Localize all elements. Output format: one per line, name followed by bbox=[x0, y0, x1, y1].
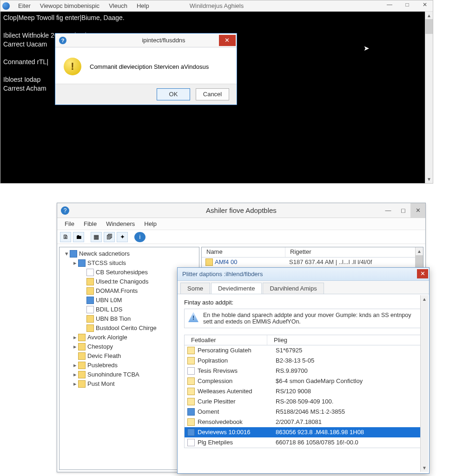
item-icon bbox=[187, 439, 195, 446]
minimize-button[interactable]: — bbox=[383, 1, 396, 10]
menu-item[interactable]: Help bbox=[139, 219, 161, 228]
row-value: RS/120 9008 bbox=[276, 386, 311, 397]
props-tabs: Some Deviedimente Darvihlend Amips bbox=[178, 281, 429, 294]
scrollbar[interactable]: ▲ ▼ bbox=[420, 295, 428, 472]
expand-icon[interactable]: ▾ bbox=[63, 249, 70, 258]
tree-label: CB Seturohesidpes bbox=[96, 268, 148, 277]
props-row[interactable]: Plg Ehetpiles660718 86 1058/0785 16!-00.… bbox=[185, 437, 422, 448]
tab[interactable]: Darvihlend Amips bbox=[263, 283, 324, 294]
maximize-button[interactable]: ◻ bbox=[396, 203, 410, 218]
dialog-close-button[interactable]: ✕ bbox=[219, 35, 236, 46]
item-icon bbox=[187, 367, 195, 375]
maximize-button[interactable]: □ bbox=[401, 1, 413, 10]
row-value: S1*67925 bbox=[276, 345, 302, 356]
expand-icon[interactable]: ▸ bbox=[72, 333, 78, 342]
scroll-up-icon[interactable]: ▲ bbox=[425, 12, 433, 20]
tool-button[interactable]: 🗎 bbox=[60, 232, 71, 242]
folder-icon bbox=[78, 380, 86, 388]
folder-icon bbox=[78, 343, 86, 350]
folder-icon bbox=[86, 324, 94, 332]
tree-label: Pust Mont bbox=[87, 379, 115, 389]
tree-label: STCSS situcls bbox=[87, 258, 126, 268]
expand-icon[interactable]: ▸ bbox=[72, 258, 78, 268]
tree-label: Puslebreds bbox=[87, 361, 118, 370]
tool-button[interactable]: 🖿 bbox=[73, 232, 84, 242]
scrollbar[interactable]: ▲ ▼ bbox=[425, 12, 433, 183]
tool-button[interactable]: ▦ bbox=[91, 232, 102, 242]
row-name: Poplrastion bbox=[198, 356, 276, 366]
row-value: R5188/2046 MS:1·2-3855 bbox=[276, 407, 345, 417]
menu-item[interactable]: File bbox=[60, 219, 79, 228]
tree-label: Ulsed:te Chanigods bbox=[96, 277, 148, 286]
cancel-button[interactable]: Cancel bbox=[196, 88, 229, 100]
tree-label: DOMAM.Fronts bbox=[96, 286, 138, 296]
props-row[interactable]: Welleases AutenitedRS/120 9008 bbox=[185, 386, 422, 397]
dialog-buttonbar: OK Cancel bbox=[55, 84, 237, 105]
cursor-icon: ➤ bbox=[364, 44, 370, 53]
row-name: Persorating Gulateh bbox=[198, 345, 276, 356]
props-row[interactable]: Persorating GulatehS1*67925 bbox=[185, 345, 422, 356]
explorer-menubar: File Fible Windeners Help bbox=[57, 218, 425, 230]
props-row[interactable]: Tesis RreviswsRS.9.89700 bbox=[185, 366, 422, 376]
folder-icon bbox=[86, 287, 94, 295]
props-row[interactable]: Rensolvedebook2/2007.A7.18081 bbox=[185, 417, 422, 427]
folder-icon bbox=[78, 371, 86, 378]
scroll-down-icon[interactable]: ▼ bbox=[421, 464, 428, 472]
col-header[interactable]: Rigetter bbox=[285, 247, 423, 257]
scroll-thumb[interactable] bbox=[425, 19, 433, 34]
row-value: RS.9.89700 bbox=[276, 366, 308, 376]
props-row[interactable]: Devievews 10:0016863056 923.8 .M48.186.9… bbox=[185, 427, 422, 437]
expand-icon[interactable]: ▸ bbox=[72, 379, 78, 389]
menu-item[interactable]: Eiter bbox=[13, 1, 35, 10]
tree-label: Bustdool Cerito Chirge bbox=[96, 324, 157, 333]
props-row[interactable]: OomentR5188/2046 MS:1·2-3855 bbox=[185, 407, 422, 417]
tree-node[interactable]: ▸STCSS situcls bbox=[61, 258, 197, 268]
row-name: Rensolvedebook bbox=[198, 417, 276, 427]
menu-item[interactable]: Vleuch bbox=[104, 1, 132, 10]
confirm-dialog: ? ipintect/flusddns ✕ ! Commanit dleviec… bbox=[55, 33, 237, 105]
col-header[interactable]: Fetloaller bbox=[185, 335, 267, 345]
scroll-up-icon[interactable]: ▲ bbox=[416, 247, 423, 255]
scroll-down-icon[interactable]: ▼ bbox=[425, 175, 433, 183]
folder-icon bbox=[86, 315, 94, 323]
tool-button[interactable]: ✦ bbox=[117, 232, 128, 242]
tree-label: Chestopy bbox=[87, 342, 113, 351]
props-titlebar: Plitter daptions :ilhlend/fibders ✕ bbox=[178, 268, 429, 281]
menu-item[interactable]: Viewopc bimobenispic bbox=[35, 1, 104, 10]
warning-icon: ! bbox=[64, 58, 81, 75]
properties-dialog: Plitter daptions :ilhlend/fibders ✕ Some… bbox=[177, 267, 430, 474]
tool-button-info[interactable]: i bbox=[134, 232, 145, 242]
scroll-up-icon[interactable]: ▲ bbox=[421, 295, 428, 303]
folder-icon bbox=[86, 306, 94, 313]
tree-node[interactable]: ▾Newck sadcnetiors bbox=[61, 249, 197, 258]
props-body: Fintay asto addpit: ! En the hoble dand … bbox=[178, 294, 429, 473]
props-row[interactable]: Curle PlesitterRS-208·509-409 100. bbox=[185, 397, 422, 407]
row-value: 660718 86 1058/0785 16!-00.0 bbox=[276, 437, 358, 448]
expand-icon[interactable]: ▸ bbox=[72, 342, 78, 351]
props-row[interactable]: PoplrastionB2-38-13 5-05 bbox=[185, 356, 422, 366]
ok-button[interactable]: OK bbox=[157, 88, 190, 100]
menu-item[interactable]: Help bbox=[132, 1, 154, 10]
folder-icon bbox=[86, 278, 94, 285]
list-row[interactable]: AMf4 00 S187 637.44 AM | ..l...l .ll l/4… bbox=[202, 258, 423, 267]
row-value: 2/2007.A7.18081 bbox=[276, 417, 322, 427]
props-title: Plitter daptions :ilhlend/fibders bbox=[182, 271, 263, 278]
tab[interactable]: Deviedimente bbox=[211, 283, 262, 294]
expand-icon[interactable]: ▸ bbox=[72, 370, 78, 379]
props-row[interactable]: Complession$6-4 smon GadeMarp Confictloy bbox=[185, 376, 422, 386]
item-icon bbox=[187, 429, 195, 436]
dialog-titlebar: ? ipintect/flusddns ✕ bbox=[55, 33, 237, 47]
explorer-toolbar: 🗎 🖿 ▦ 🗐 ✦ i bbox=[57, 230, 425, 244]
close-button[interactable]: ✕ bbox=[410, 203, 425, 218]
item-icon bbox=[187, 347, 195, 354]
props-close-button[interactable]: ✕ bbox=[417, 269, 428, 278]
close-button[interactable]: ✕ bbox=[419, 1, 431, 10]
menu-item[interactable]: Windeners bbox=[101, 219, 139, 228]
menu-item[interactable]: Fible bbox=[79, 219, 101, 228]
col-header[interactable]: Name bbox=[202, 247, 285, 257]
expand-icon[interactable]: ▸ bbox=[72, 361, 78, 370]
tab[interactable]: Some bbox=[180, 283, 210, 294]
tool-button[interactable]: 🗐 bbox=[104, 232, 115, 242]
minimize-button[interactable]: — bbox=[381, 203, 396, 218]
col-header[interactable]: Plieg bbox=[267, 335, 422, 345]
